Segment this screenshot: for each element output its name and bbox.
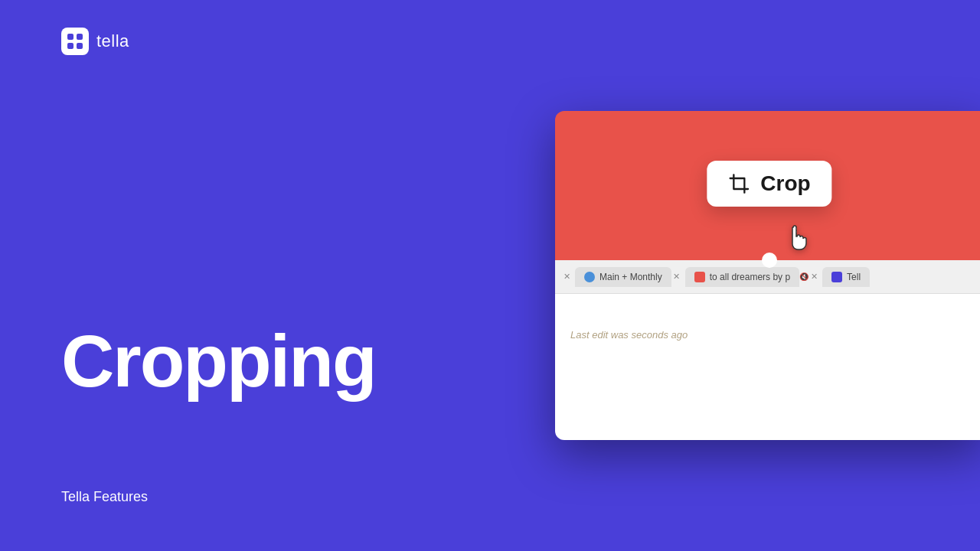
crop-label: Crop xyxy=(760,171,810,196)
logo-area: tella xyxy=(61,28,129,55)
svg-rect-3 xyxy=(77,43,83,49)
browser-window: Crop ✕ Main + Monthly ✕ to all dreamers … xyxy=(555,111,980,440)
browser-content: Last edit was seconds ago xyxy=(555,294,980,440)
tab-2-close[interactable]: ✕ xyxy=(808,272,819,282)
logo-text: tella xyxy=(96,31,129,51)
last-edit-text: Last edit was seconds ago xyxy=(570,329,969,341)
tab-1-label: Main + Monthly xyxy=(599,272,662,282)
tab-2-label: to all dreamers by p xyxy=(710,272,790,282)
white-dot xyxy=(762,253,777,268)
tab-2-mute[interactable]: 🔇 xyxy=(799,272,808,281)
tab-close-1[interactable]: ✕ xyxy=(561,272,572,282)
svg-rect-0 xyxy=(67,34,74,40)
browser-red-area: Crop xyxy=(555,111,980,260)
tab-1[interactable]: Main + Monthly xyxy=(575,267,671,287)
tella-logo-icon xyxy=(61,28,89,55)
cursor-icon xyxy=(787,224,812,257)
crop-tooltip[interactable]: Crop xyxy=(707,161,831,207)
tab-favicon-1 xyxy=(584,272,595,282)
crop-icon xyxy=(728,173,750,194)
tab-favicon-3 xyxy=(831,272,842,282)
sub-label: Tella Features xyxy=(61,489,148,505)
tab-1-close[interactable]: ✕ xyxy=(671,272,682,282)
main-heading: Cropping xyxy=(61,324,376,398)
svg-rect-2 xyxy=(67,43,74,49)
tab-3[interactable]: Tell xyxy=(822,267,870,287)
tab-2[interactable]: to all dreamers by p xyxy=(685,267,799,287)
tab-3-label: Tell xyxy=(847,272,861,282)
svg-rect-1 xyxy=(77,34,83,40)
tab-favicon-2 xyxy=(694,272,705,282)
